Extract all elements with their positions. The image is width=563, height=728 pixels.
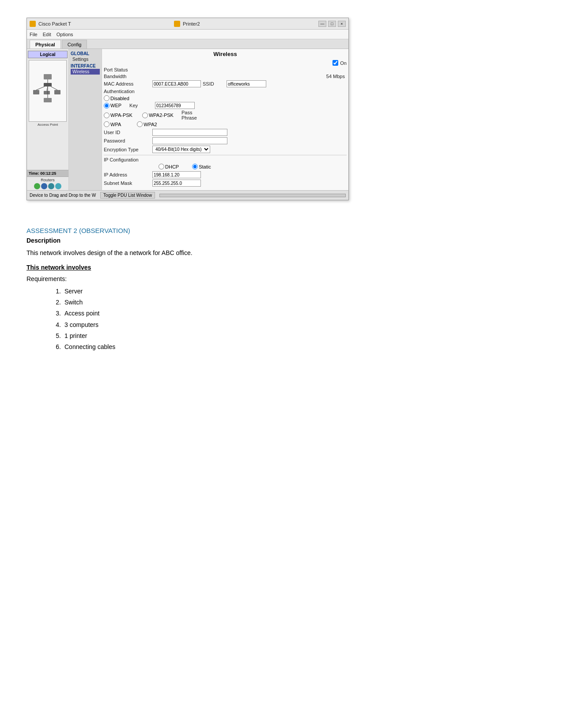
app-icon: [30, 21, 36, 27]
tab-config[interactable]: Config: [62, 40, 87, 49]
user-id-input[interactable]: [152, 129, 227, 136]
network-canvas: [29, 60, 67, 122]
mac-address-input[interactable]: [152, 80, 201, 87]
requirements-label: Requirements:: [26, 275, 537, 282]
bandwidth-row: Bandwidth 54 Mbps: [104, 74, 347, 79]
app-icon-2: [174, 21, 180, 27]
ssid-label: SSID: [203, 81, 225, 86]
svg-rect-5: [54, 90, 60, 94]
logical-button[interactable]: Logical: [28, 51, 68, 58]
svg-rect-0: [44, 74, 52, 79]
wpa2-psk-option: WPA2-PSK: [142, 113, 174, 118]
subnet-mask-input[interactable]: [152, 180, 201, 187]
disabled-label: Disabled: [110, 96, 129, 101]
close-button[interactable]: ×: [338, 21, 346, 27]
left-bottom: Routers: [27, 176, 68, 190]
network-involves-heading: This network involves: [26, 264, 537, 271]
tab-physical[interactable]: Physical: [30, 40, 61, 49]
static-radio[interactable]: [192, 164, 198, 169]
svg-line-6: [36, 86, 45, 90]
wpa2-radio[interactable]: [137, 121, 143, 127]
list-item: 6.Connecting cables: [53, 341, 537, 353]
window-controls: — □ ×: [318, 21, 346, 27]
dhcp-label: DHCP: [165, 164, 179, 169]
user-id-row: User ID: [104, 129, 347, 136]
toggle-pdu-button[interactable]: Toggle PDU List Window: [100, 192, 155, 199]
ip-address-label: IP Address: [104, 172, 152, 177]
content-panel: Wireless On Port Status Bandwidth 54 Mbp…: [102, 49, 348, 190]
static-label: Static: [199, 164, 211, 169]
on-checkbox-input[interactable]: [333, 60, 338, 66]
svg-rect-1: [44, 83, 52, 86]
tab-bar: Physical Config: [27, 39, 348, 49]
simulator-window: Cisco Packet T Printer2 — □ × File Edit …: [26, 18, 349, 200]
port-status-label: Port Status: [104, 67, 152, 72]
mac-address-label: MAC Address: [104, 81, 152, 86]
authentication-row: Authentication: [104, 89, 347, 94]
nav-panel: GLOBAL Settings INTERFACE Wireless: [69, 49, 102, 190]
mini-network-diagram: [31, 73, 64, 109]
bandwidth-label: Bandwidth: [104, 74, 126, 79]
authentication-label: Authentication: [104, 89, 152, 94]
assessment-title: ASSESSMENT 2 (OBSERVATION): [26, 227, 537, 234]
wpa-psk-label: WPA-PSK: [110, 113, 132, 118]
disabled-radio[interactable]: [104, 95, 110, 101]
canvas-inner: [29, 60, 66, 121]
status-bar: Device to Drag and Drop to the W Toggle …: [27, 190, 348, 200]
window-title-1: Cisco Packet T: [38, 21, 171, 26]
router-icon-3: [48, 183, 54, 189]
wpa-psk-option: WPA-PSK: [104, 113, 132, 118]
scrollbar-h[interactable]: [159, 194, 346, 197]
ssid-input[interactable]: [227, 80, 266, 87]
encryption-row: Encryption Type 40/64-Bit(10 Hex digits): [104, 146, 347, 153]
ip-address-input[interactable]: [152, 171, 201, 178]
dhcp-radio[interactable]: [159, 164, 164, 169]
wep-row: WEP Key: [104, 102, 347, 109]
subnet-mask-label: Subnet Mask: [104, 180, 152, 186]
ip-address-row: IP Address: [104, 171, 347, 178]
key-input[interactable]: [155, 102, 195, 109]
encryption-select[interactable]: 40/64-Bit(10 Hex digits): [152, 146, 210, 153]
auth-radio-group: Disabled WEP Key WPA-: [104, 95, 347, 127]
on-checkbox-row: On: [104, 60, 347, 66]
minimize-button[interactable]: —: [318, 21, 326, 27]
wpa-psk-radio[interactable]: [104, 113, 110, 118]
nav-settings[interactable]: Settings: [71, 56, 100, 62]
wep-label: WEP: [110, 103, 121, 108]
wpa-label: WPA: [110, 122, 121, 127]
list-item: 5.1 printer: [53, 330, 537, 341]
bandwidth-value: 54 Mbps: [326, 74, 345, 79]
wpa-radio[interactable]: [104, 121, 110, 127]
password-input[interactable]: [152, 137, 227, 144]
document-section: ASSESSMENT 2 (OBSERVATION) Description T…: [26, 227, 537, 353]
mac-address-row: MAC Address SSID: [104, 80, 347, 87]
password-label: Password: [104, 138, 152, 143]
menu-bar: File Edit Options: [27, 30, 348, 39]
subnet-mask-row: Subnet Mask: [104, 180, 347, 187]
wpa-row: WPA WPA2: [104, 121, 347, 127]
nav-wireless[interactable]: Wireless: [71, 69, 100, 75]
router-icon-1: [34, 183, 40, 189]
encryption-label: Encryption Type: [104, 147, 152, 152]
description-heading: Description: [26, 237, 537, 244]
maximize-button[interactable]: □: [328, 21, 336, 27]
interface-heading: INTERFACE: [71, 64, 100, 68]
wpa-psk-row: WPA-PSK WPA2-PSK Pass Phrase: [104, 110, 347, 120]
password-row: Password: [104, 137, 347, 144]
global-heading: GLOBAL: [71, 51, 100, 56]
wpa2-option: WPA2: [137, 121, 157, 127]
sim-body: Logical: [27, 49, 348, 190]
user-id-label: User ID: [104, 130, 152, 135]
window-title-2: Printer2: [183, 21, 316, 26]
wep-radio[interactable]: [104, 103, 110, 109]
menu-file[interactable]: File: [30, 32, 38, 37]
menu-options[interactable]: Options: [57, 32, 73, 37]
left-top: Logical: [27, 49, 68, 170]
menu-edit[interactable]: Edit: [43, 32, 51, 37]
wpa2-psk-radio[interactable]: [142, 113, 148, 118]
dhcp-option: DHCP: [159, 164, 179, 169]
disabled-row: Disabled: [104, 95, 347, 101]
svg-line-8: [51, 86, 57, 90]
access-point-label: Access Point: [28, 123, 68, 127]
port-status-row: Port Status: [104, 67, 347, 72]
